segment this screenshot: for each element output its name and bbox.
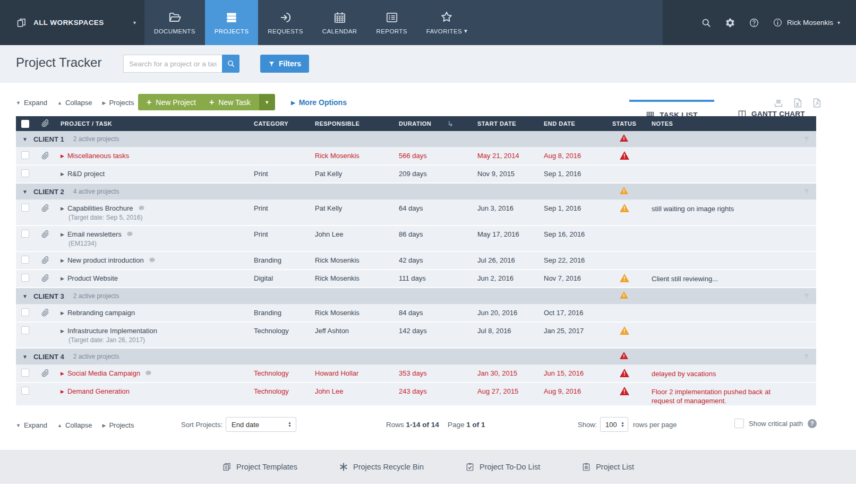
project-name-link[interactable]: Capabilities Brochure — [67, 204, 133, 212]
group-row-client-2[interactable]: ▼CLIENT 24 active projects — [16, 184, 816, 200]
comment-bubble-icon[interactable] — [138, 205, 145, 212]
new-project-button[interactable]: + New Project — [138, 94, 204, 110]
row-checkbox[interactable] — [21, 230, 29, 238]
expand-triangle-icon[interactable]: ▶ — [61, 153, 64, 159]
row-filter-icon[interactable] — [803, 353, 810, 360]
row-checkbox[interactable] — [21, 369, 29, 377]
user-menu[interactable]: Rick Mosenkis ▾ — [773, 18, 840, 28]
collapse-all-button[interactable]: ▲ Collapse — [57, 99, 92, 107]
project-name-link[interactable]: Email newsletters — [67, 230, 122, 238]
comment-bubble-icon[interactable] — [126, 231, 133, 238]
task-row: ▶Email newsletters(EM1234)PrintJohn Lee8… — [16, 226, 816, 252]
column-header-notes[interactable]: NOTES — [652, 120, 797, 127]
expand-all-button[interactable]: ▼ Expand — [16, 421, 47, 429]
select-all-checkbox[interactable] — [21, 120, 29, 128]
status-cell — [620, 323, 652, 336]
comment-bubble-icon[interactable] — [149, 257, 156, 264]
nav-item-label: DOCUMENTS — [154, 28, 195, 34]
expand-triangle-icon[interactable]: ▶ — [61, 328, 64, 334]
row-filter-icon[interactable] — [803, 292, 810, 300]
row-checkbox[interactable] — [21, 256, 29, 264]
critical-path-label: Show critical path — [749, 420, 803, 428]
bottom-link-project-to-do-list[interactable]: Project To-Do List — [465, 462, 540, 472]
row-checkbox[interactable] — [21, 204, 29, 212]
comment-bubble-icon[interactable] — [145, 370, 152, 377]
projects-level-button[interactable]: ▶ Projects — [102, 99, 134, 107]
collapse-triangle-icon[interactable]: ▼ — [22, 189, 28, 195]
group-row-client-1[interactable]: ▼CLIENT 12 active projects — [16, 131, 816, 147]
collapse-triangle-icon[interactable]: ▼ — [22, 136, 28, 142]
end-date-cell: Jan 25, 2017 — [543, 323, 612, 335]
column-header-project-task[interactable]: PROJECT / TASK — [54, 120, 250, 127]
row-checkbox[interactable] — [21, 151, 29, 159]
help-circle-icon[interactable]: ? — [808, 419, 817, 428]
bottom-link-project-list[interactable]: Project List — [581, 462, 634, 472]
column-header-start-date[interactable]: START DATE — [476, 120, 543, 127]
nav-item-favorites[interactable]: FAVORITES▾ — [417, 0, 477, 45]
nav-item-reports[interactable]: REPORTS — [367, 0, 417, 45]
filters-button[interactable]: Filters — [260, 55, 309, 73]
row-filter-icon[interactable] — [803, 188, 810, 195]
project-name-link[interactable]: Product Website — [67, 274, 118, 282]
column-header-end-date[interactable]: END DATE — [543, 120, 612, 127]
new-task-dropdown-button[interactable]: ▼ — [259, 94, 275, 110]
collapse-triangle-icon[interactable]: ▼ — [22, 293, 28, 299]
workspace-selector[interactable]: ALL WORKSPACES ▾ — [0, 0, 144, 45]
row-checkbox[interactable] — [21, 169, 29, 177]
project-name-link[interactable]: R&D project — [67, 170, 105, 178]
expand-triangle-icon[interactable]: ▶ — [61, 276, 64, 281]
project-name-link[interactable]: Rebranding campaign — [67, 309, 135, 317]
column-header-responsible[interactable]: RESPONSIBLE — [311, 120, 396, 127]
expand-triangle-icon[interactable]: ▶ — [61, 371, 64, 376]
expand-triangle-icon[interactable]: ▶ — [61, 389, 64, 394]
bottom-link-project-templates[interactable]: Project Templates — [222, 462, 297, 472]
search-input[interactable] — [123, 55, 222, 73]
collapse-all-button[interactable]: ▲ Collapse — [57, 421, 92, 429]
pdf-export-icon[interactable] — [811, 97, 823, 109]
row-checkbox[interactable] — [21, 274, 29, 282]
new-task-button[interactable]: + New Task ▼ — [201, 94, 275, 110]
gear-icon[interactable] — [725, 18, 735, 28]
expand-triangle-icon[interactable]: ▶ — [61, 310, 64, 316]
collapse-triangle-icon[interactable]: ▼ — [22, 354, 28, 360]
project-name-link[interactable]: Miscellaneous tasks — [67, 152, 129, 160]
expand-triangle-icon[interactable]: ▶ — [61, 258, 64, 263]
row-checkbox[interactable] — [21, 308, 29, 316]
search-button[interactable] — [222, 55, 239, 73]
filters-label: Filters — [279, 59, 301, 68]
group-row-client-4[interactable]: ▼CLIENT 42 active projects — [16, 349, 816, 365]
row-filter-icon[interactable] — [803, 135, 810, 143]
help-icon[interactable] — [749, 18, 759, 28]
expand-triangle-icon[interactable]: ▶ — [61, 171, 64, 177]
nav-item-calendar[interactable]: CALENDAR — [313, 0, 367, 45]
nav-item-projects[interactable]: PROJECTS — [205, 0, 259, 45]
project-name-link[interactable]: Demand Generation — [67, 387, 130, 395]
project-name-link[interactable]: New product introduction — [67, 256, 144, 264]
task-row: ▶R&D projectPrintPat Kelly209 daysNov 9,… — [16, 166, 816, 184]
nav-item-label: REQUESTS — [268, 28, 303, 34]
row-checkbox[interactable] — [21, 326, 29, 334]
sort-projects-select[interactable]: End date ▲▼ — [226, 417, 296, 432]
search-icon[interactable] — [701, 18, 712, 28]
column-header-duration[interactable]: DURATION ↳ — [396, 119, 476, 128]
project-name-link[interactable]: Infrastructure Implementation — [67, 327, 157, 335]
critical-path-checkbox[interactable] — [734, 419, 744, 428]
excel-export-icon[interactable] — [792, 97, 803, 109]
expand-all-button[interactable]: ▼ Expand — [16, 99, 47, 107]
rows-per-page-input[interactable]: 100 ▲▼ — [600, 417, 628, 432]
projects-level-button[interactable]: ▶ Projects — [102, 421, 134, 429]
column-header-category[interactable]: CATEGORY — [250, 120, 311, 127]
bottom-link-projects-recycle-bin[interactable]: Projects Recycle Bin — [339, 462, 424, 472]
group-row-client-3[interactable]: ▼CLIENT 32 active projects — [16, 288, 816, 305]
project-name-link[interactable]: Social Media Campaign — [67, 369, 140, 377]
sort-direction-icon[interactable]: ↳ — [447, 119, 453, 128]
row-checkbox[interactable] — [21, 387, 29, 395]
column-header-status[interactable]: STATUS — [612, 120, 652, 127]
nav-item-documents[interactable]: DOCUMENTS — [144, 0, 205, 45]
requests-icon — [279, 11, 293, 24]
print-icon[interactable] — [773, 97, 784, 109]
more-options-button[interactable]: ▶ More Options — [291, 98, 347, 107]
expand-triangle-icon[interactable]: ▶ — [61, 232, 64, 237]
expand-triangle-icon[interactable]: ▶ — [61, 206, 64, 211]
nav-item-requests[interactable]: REQUESTS — [258, 0, 312, 45]
